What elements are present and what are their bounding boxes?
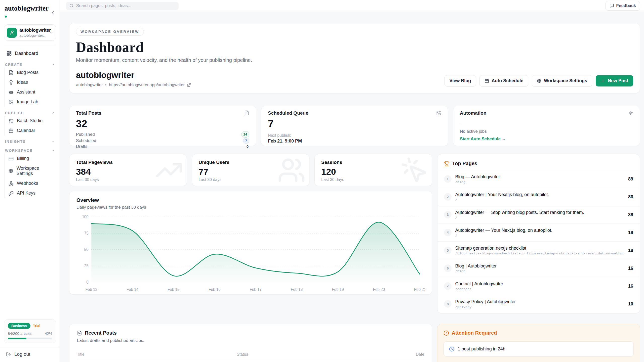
plan-usage: 84/200 articles bbox=[8, 331, 32, 336]
workspace-switcher[interactable]: autoblogwriter autoblogwriter.app/aut... bbox=[4, 24, 56, 41]
svg-text:75: 75 bbox=[84, 231, 89, 235]
top-page-row[interactable]: 7Contact | Autoblogwriter/contact16 bbox=[437, 277, 640, 295]
drafts-count: 0 bbox=[247, 144, 249, 149]
unique-users-value: 77 bbox=[199, 167, 303, 176]
recent-posts-card: Recent Posts Latest drafts and published… bbox=[69, 324, 432, 362]
workspace-url-link[interactable]: https://autoblogwriter.app/autoblogwrite… bbox=[109, 82, 185, 87]
svg-text:Feb 17: Feb 17 bbox=[250, 287, 262, 292]
chart-subtitle: Daily pageviews for the past 30 days bbox=[76, 205, 425, 210]
svg-text:Feb 21: Feb 21 bbox=[414, 287, 425, 292]
robot-icon bbox=[9, 90, 14, 95]
page-title: Blog | Autoblogwriter bbox=[455, 263, 624, 269]
view-blog-button[interactable]: View Blog bbox=[445, 75, 476, 86]
auto-schedule-button[interactable]: Auto Schedule bbox=[479, 75, 528, 86]
page-path: / bbox=[455, 234, 624, 238]
chevron-up-icon bbox=[52, 111, 55, 115]
chevron-down-icon bbox=[52, 140, 55, 143]
webhook-icon bbox=[9, 181, 14, 186]
trophy-icon bbox=[444, 161, 450, 166]
top-page-row[interactable]: 2Autoblogwriter | Your Next.js blog, on … bbox=[437, 188, 640, 206]
calendar-clock-icon bbox=[436, 110, 441, 115]
top-page-row[interactable]: 6Blog | Autoblogwriter/blog16 bbox=[437, 259, 640, 277]
page-title: Autoblogwriter — Your Next.js blog, on a… bbox=[455, 228, 624, 233]
top-page-row[interactable]: 4Autoblogwriter — Your Next.js blog, on … bbox=[437, 223, 640, 241]
page-path: / bbox=[455, 198, 624, 202]
top-page-row[interactable]: 3Autoblogwriter — Stop writing blog post… bbox=[437, 206, 640, 223]
top-page-row[interactable]: 1Blog — Autoblogwriter/blog89 bbox=[437, 170, 640, 188]
section-publish[interactable]: PUBLISH bbox=[5, 111, 55, 115]
sidebar-item-api-keys[interactable]: API Keys bbox=[5, 188, 56, 198]
next-publish-label: Next publish: bbox=[268, 133, 441, 138]
workspace-name: autoblogwriter bbox=[19, 27, 47, 33]
top-page-row[interactable]: 8Privacy Policy | Autoblogwriter/privacy… bbox=[437, 295, 640, 313]
chevron-down-icon bbox=[49, 31, 53, 35]
external-link-icon[interactable] bbox=[187, 83, 191, 87]
automation-status: No active jobs bbox=[460, 129, 633, 134]
sidebar-item-dashboard[interactable]: Dashboard bbox=[4, 48, 56, 59]
top-pages-list: 1Blog — Autoblogwriter/blog892Autoblogwr… bbox=[437, 170, 640, 313]
workspace-items: Billing Workspace Settings Webhooks API … bbox=[5, 154, 56, 198]
table-row[interactable]: Ship a Next.js blog with the AutoBlogWri… bbox=[77, 360, 424, 362]
stats-row: Total Posts 32 Published24 Scheduled7 Dr… bbox=[69, 106, 640, 146]
search-bar[interactable] bbox=[66, 2, 179, 10]
card-title: Scheduled Queue bbox=[268, 110, 308, 116]
page-views: 10 bbox=[628, 301, 633, 307]
recent-posts-subtitle: Latest drafts and published articles. bbox=[77, 338, 424, 343]
workspace-overview-card: WORKSPACE OVERVIEW Dashboard Monitor mom… bbox=[69, 23, 640, 93]
sidebar-item-workspace-settings[interactable]: Workspace Settings bbox=[5, 163, 56, 178]
image-icon bbox=[9, 100, 14, 105]
svg-text:Feb 15: Feb 15 bbox=[168, 287, 180, 292]
automation-card: Automation – No active jobs Start Auto S… bbox=[453, 106, 640, 146]
pageviews-area-chart: 0255075100Feb 13Feb 14Feb 15Feb 16Feb 17… bbox=[76, 213, 425, 293]
sidebar-item-blog-posts[interactable]: Blog Posts bbox=[5, 68, 56, 77]
zap-icon bbox=[628, 110, 633, 115]
plan-percent: 42% bbox=[45, 331, 52, 336]
app-logo[interactable]: autoblogwriter • bbox=[5, 5, 50, 21]
sidebar-collapse-icon[interactable] bbox=[50, 10, 56, 16]
page-views: 89 bbox=[628, 176, 633, 182]
section-create[interactable]: CREATE bbox=[5, 63, 55, 67]
sidebar-item-batch-studio[interactable]: Batch Studio bbox=[5, 116, 56, 126]
alert-circle-icon bbox=[444, 330, 449, 336]
plan-card: Business Trial 84/200 articles 42% bbox=[4, 319, 56, 343]
workspace-handle: autoblogwriter bbox=[76, 82, 103, 87]
top-page-row[interactable]: 5Sitemap generation nextjs checklist/blo… bbox=[437, 241, 640, 259]
svg-text:0: 0 bbox=[86, 280, 89, 284]
svg-text:Feb 13: Feb 13 bbox=[85, 287, 97, 292]
published-count-badge: 24 bbox=[241, 131, 249, 138]
rank-badge: 4 bbox=[444, 229, 452, 236]
plus-icon bbox=[601, 79, 605, 83]
file-text-icon bbox=[244, 110, 249, 115]
start-auto-schedule-link[interactable]: Start Auto Schedule → bbox=[460, 137, 506, 142]
left-column: Total Pageviews 384 Last 30 days Unique … bbox=[69, 154, 432, 362]
logout-button[interactable]: Log out bbox=[4, 347, 56, 357]
separator-dot: • bbox=[105, 82, 107, 87]
sidebar-item-assistant[interactable]: Assistant bbox=[5, 87, 56, 97]
gear-icon bbox=[537, 79, 541, 83]
sidebar-item-calendar[interactable]: Calendar bbox=[5, 126, 56, 135]
attention-item[interactable]: 1 post publishing in 24h bbox=[444, 341, 634, 357]
card-title: Total Posts bbox=[76, 110, 101, 116]
section-insights[interactable]: INSIGHTS bbox=[5, 140, 55, 144]
logo-row: autoblogwriter • bbox=[4, 4, 56, 21]
plan-progress-bar bbox=[8, 338, 52, 339]
sidebar: autoblogwriter • autoblogwriter autoblog… bbox=[0, 0, 60, 362]
rank-badge: 5 bbox=[444, 247, 452, 254]
calendar-icon bbox=[485, 79, 489, 83]
new-post-button[interactable]: New Post bbox=[596, 75, 633, 86]
page-title: Autoblogwriter — Stop writing blog posts… bbox=[455, 210, 624, 215]
card-title: Automation bbox=[460, 110, 487, 116]
search-input[interactable] bbox=[76, 3, 175, 8]
sidebar-item-image-lab[interactable]: Image Lab bbox=[5, 97, 56, 107]
section-workspace[interactable]: WORKSPACE bbox=[5, 149, 55, 153]
area-chart-svg: 0255075100Feb 13Feb 14Feb 15Feb 16Feb 17… bbox=[76, 213, 425, 293]
sidebar-item-billing[interactable]: Billing bbox=[5, 154, 56, 163]
feedback-button[interactable]: Feedback bbox=[606, 1, 640, 11]
sidebar-item-webhooks[interactable]: Webhooks bbox=[5, 178, 56, 188]
page-title: Privacy Policy | Autoblogwriter bbox=[455, 299, 624, 304]
workspace-settings-button[interactable]: Workspace Settings bbox=[532, 75, 592, 86]
scheduled-queue-value: 7 bbox=[268, 118, 441, 129]
scheduled-queue-card: Scheduled Queue 7 Next publish: Feb 21, … bbox=[261, 106, 448, 146]
sidebar-item-ideas[interactable]: Ideas bbox=[5, 77, 56, 87]
page-path: /privacy bbox=[455, 305, 624, 309]
